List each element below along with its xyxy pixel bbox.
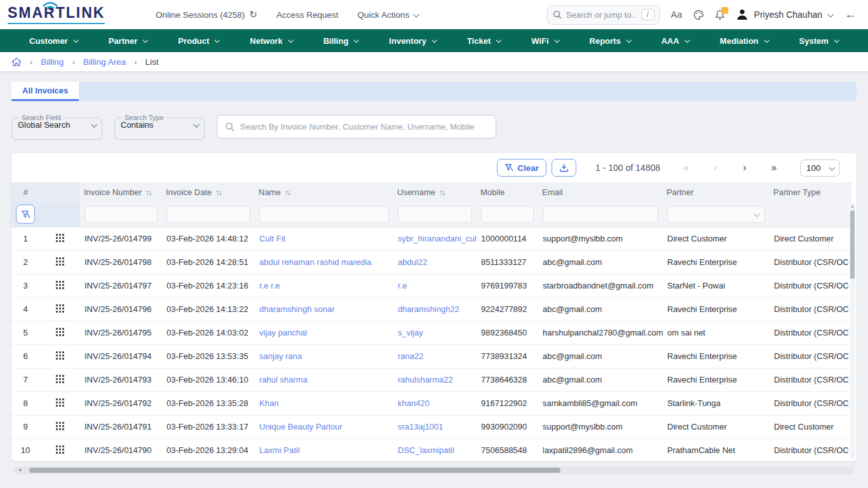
- username-link[interactable]: abdul22: [398, 257, 427, 267]
- customer-name-link[interactable]: r.e r.e: [259, 281, 280, 290]
- customer-name-link[interactable]: vijay panchal: [259, 328, 307, 337]
- search-type-select[interactable]: Search Type Contains: [114, 114, 205, 140]
- sort-icon[interactable]: ↑↓: [146, 188, 151, 197]
- nav-item-wifi[interactable]: WiFi: [531, 36, 574, 46]
- col-header-invoice-number[interactable]: Invoice Number↑↓: [80, 182, 162, 202]
- email-cell: abc@gmail.com: [538, 368, 663, 391]
- customer-name-link[interactable]: Unique Beauty Parlour: [259, 422, 342, 431]
- invoice-number-cell: INV/25-26/014792: [80, 391, 162, 415]
- col-header-username[interactable]: Username↑↓: [393, 182, 477, 202]
- username-link[interactable]: sra13aj1001: [398, 422, 444, 431]
- row-actions-grid-icon[interactable]: [56, 398, 64, 407]
- font-size-toggle[interactable]: Aa: [671, 10, 682, 20]
- clear-column-filters-button[interactable]: [16, 205, 35, 224]
- invoice-date-cell: 03-Feb-2026 14:23:16: [162, 274, 255, 297]
- sort-icon[interactable]: ↑↓: [285, 188, 290, 197]
- row-actions-grid-icon[interactable]: [56, 445, 64, 454]
- tab-all-invoices[interactable]: All Invoices: [11, 82, 79, 101]
- home-icon[interactable]: [11, 57, 22, 67]
- nav-item-mediation[interactable]: Mediation: [720, 36, 784, 46]
- username-link[interactable]: s_vijay: [398, 328, 423, 337]
- row-actions-grid-icon[interactable]: [56, 257, 64, 266]
- nav-item-inventory[interactable]: Inventory: [389, 36, 452, 46]
- username-link[interactable]: khan420: [398, 398, 430, 408]
- scroll-up-icon[interactable]: ▲: [850, 204, 855, 208]
- horizontal-scrollbar[interactable]: ◄: [14, 466, 854, 474]
- online-sessions-link[interactable]: Online Sessions (4258) ↻: [156, 9, 257, 20]
- nav-item-aaa[interactable]: AAA: [661, 36, 705, 46]
- prev-page-button[interactable]: ‹: [703, 162, 728, 173]
- row-actions-grid-icon[interactable]: [56, 328, 64, 336]
- nav-item-network[interactable]: Network: [250, 36, 308, 46]
- nav-item-customer[interactable]: Customer: [29, 36, 93, 46]
- row-number-cell: 2: [11, 250, 39, 274]
- col-header-invoice-date[interactable]: Invoice Date↑↓: [162, 182, 255, 202]
- next-page-button[interactable]: ›: [733, 162, 757, 173]
- col-header-name[interactable]: Name↑↓: [255, 182, 393, 202]
- theme-palette-icon[interactable]: [693, 10, 704, 20]
- nav-item-reports[interactable]: Reports: [590, 36, 646, 46]
- chevron-down-icon: [193, 121, 200, 128]
- row-actions-grid-icon[interactable]: [56, 281, 64, 289]
- username-link[interactable]: dharamshingh22: [398, 304, 459, 314]
- first-page-button[interactable]: «: [674, 162, 698, 173]
- scroll-left-icon[interactable]: ◄: [17, 467, 22, 473]
- filter-username-input[interactable]: [398, 206, 472, 223]
- filter-mobile-input[interactable]: [481, 206, 534, 223]
- row-actions-grid-icon[interactable]: [56, 304, 64, 313]
- breadcrumb: › Billing › Billing Area › List: [0, 52, 868, 71]
- nav-item-product[interactable]: Product: [178, 36, 234, 46]
- notification-badge: [721, 7, 728, 14]
- username-link[interactable]: sybr_hiranandani_cult: [398, 234, 477, 243]
- nav-item-ticket[interactable]: Ticket: [467, 36, 516, 46]
- row-actions-grid-icon[interactable]: [56, 375, 64, 383]
- username-link[interactable]: DSC_laxmipatil: [398, 445, 454, 455]
- invoice-date-cell: 03-Feb-2026 14:03:02: [162, 321, 255, 344]
- username-link[interactable]: r.e: [398, 281, 407, 290]
- customer-name-link[interactable]: rahul sharma: [259, 375, 308, 384]
- invoice-search-input[interactable]: Search By Invoice Number, Customer Name,…: [217, 115, 496, 139]
- last-page-button[interactable]: »: [762, 162, 786, 173]
- notifications-bell-icon[interactable]: [715, 10, 725, 20]
- filter-name-input[interactable]: [259, 206, 389, 223]
- download-button[interactable]: [552, 159, 576, 177]
- filter-email-input[interactable]: [543, 206, 658, 223]
- global-search-input[interactable]: Search or jump to... /: [547, 5, 660, 25]
- smartlink-logo[interactable]: SMARTLINK: [8, 6, 125, 24]
- row-number-cell: 3: [11, 274, 39, 297]
- access-request-link[interactable]: Access Request: [276, 10, 339, 20]
- nav-item-billing[interactable]: Billing: [323, 36, 374, 46]
- sort-icon[interactable]: ↑↓: [215, 188, 220, 197]
- clear-filters-button[interactable]: Clear: [497, 159, 546, 177]
- vertical-scrollbar-thumb[interactable]: [850, 210, 855, 279]
- filter-partner-select[interactable]: [667, 206, 765, 223]
- sort-icon[interactable]: ↑↓: [439, 188, 444, 197]
- nav-item-system[interactable]: System: [799, 36, 854, 46]
- vertical-scrollbar[interactable]: ▲: [850, 203, 855, 459]
- refresh-icon[interactable]: ↻: [249, 9, 257, 20]
- back-arrow-icon[interactable]: ←: [844, 8, 857, 22]
- row-actions-grid-icon[interactable]: [56, 351, 64, 360]
- customer-name-link[interactable]: Laxmi Patil: [259, 445, 300, 455]
- nav-item-partner[interactable]: Partner: [109, 36, 163, 46]
- customer-name-link[interactable]: dharamshingh sonar: [259, 304, 335, 314]
- row-actions-grid-icon[interactable]: [56, 234, 64, 242]
- filter-invoice-number-input[interactable]: [85, 206, 158, 223]
- customer-name-link[interactable]: Cult Fit: [259, 234, 285, 243]
- quick-actions-menu[interactable]: Quick Actions: [357, 10, 418, 20]
- page-size-select[interactable]: 100: [800, 159, 840, 177]
- customer-name-link[interactable]: sanjay rana: [259, 351, 302, 361]
- customer-name-link[interactable]: abdul rehaman rashid maredia: [259, 257, 371, 267]
- breadcrumb-link-billing[interactable]: Billing: [41, 57, 64, 67]
- username-link[interactable]: rana22: [398, 351, 423, 361]
- partner-type-cell: Distributor (CSR/OC: [770, 391, 851, 415]
- search-field-select[interactable]: Search Field Global Search: [11, 114, 102, 140]
- row-actions-grid-icon[interactable]: [56, 422, 64, 430]
- filter-invoice-date-input[interactable]: [166, 206, 250, 223]
- user-menu[interactable]: Priyesh Chauhan: [736, 8, 832, 21]
- breadcrumb-link-billing-area[interactable]: Billing Area: [83, 57, 126, 67]
- customer-name-link[interactable]: Khan: [259, 398, 278, 408]
- username-link[interactable]: rahulsharma22: [398, 375, 453, 384]
- chevron-down-icon: [73, 37, 78, 43]
- horizontal-scrollbar-thumb[interactable]: [29, 468, 560, 473]
